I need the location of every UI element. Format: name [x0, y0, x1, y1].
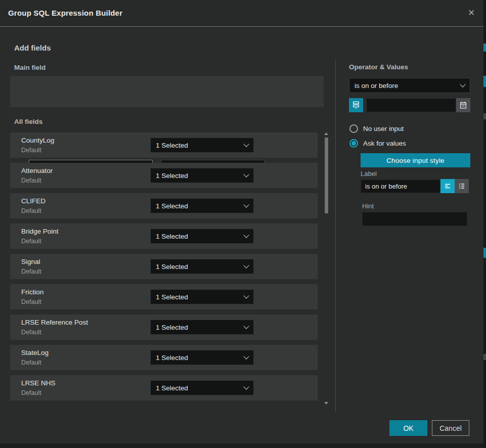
field-values-dropdown[interactable]: 1 Selected	[150, 320, 254, 335]
field-values-dropdown-value: 1 Selected	[156, 263, 240, 271]
field-values-dropdown-value: 1 Selected	[156, 324, 240, 331]
radio-checked-icon	[349, 139, 358, 148]
field-values-dropdown[interactable]: 1 Selected	[150, 229, 254, 244]
field-values-dropdown[interactable]: 1 Selected	[150, 380, 254, 395]
field-values-dropdown[interactable]: 1 Selected	[150, 259, 254, 274]
field-subtitle: Default	[21, 147, 41, 154]
background-app-sliver	[483, 113, 486, 119]
field-values-dropdown-value: 1 Selected	[156, 142, 240, 149]
field-row: LRSE Reference Post Default 1 Selected	[10, 315, 318, 340]
background-app-sliver	[483, 43, 486, 52]
add-fields-heading: Add fields	[14, 43, 51, 52]
background-app-sliver	[0, 443, 483, 448]
field-values-dropdown-value: 1 Selected	[156, 384, 240, 392]
field-values-dropdown[interactable]: 1 Selected	[150, 138, 254, 153]
background-app-sliver	[483, 76, 486, 87]
field-row: Attenuator Default 1 Selected	[10, 163, 318, 188]
field-row: CLIFED Default 1 Selected	[10, 193, 318, 218]
field-subtitle: Default	[21, 207, 41, 214]
radio-ask-for-values[interactable]: Ask for values	[349, 139, 406, 148]
main-field-panel: CountyLog | Default From Date	[10, 76, 324, 107]
date-picker-button[interactable]	[456, 98, 470, 112]
input-style-single-line-button[interactable]	[440, 179, 455, 193]
background-app-sliver	[483, 248, 486, 258]
main-field-heading: Main field	[14, 64, 46, 71]
field-name: StateLog	[21, 349, 49, 356]
input-style-list-button[interactable]	[455, 179, 469, 193]
radio-label: No user input	[363, 125, 404, 132]
ok-button[interactable]: OK	[389, 420, 427, 436]
value-source-icon	[352, 101, 360, 109]
field-values-dropdown-value: 1 Selected	[156, 172, 240, 180]
field-values-dropdown[interactable]: 1 Selected	[150, 168, 254, 183]
field-name: Attenuator	[21, 167, 53, 174]
field-name: Bridge Point	[21, 228, 59, 235]
field-name: Friction	[21, 288, 43, 296]
field-name: LRSE NHS	[21, 379, 56, 387]
field-name: CountyLog	[21, 137, 54, 144]
list-icon	[458, 182, 466, 190]
field-name: CLIFED	[21, 197, 46, 205]
field-row: CountyLog Default 1 Selected	[10, 132, 318, 158]
radio-no-user-input[interactable]: No user input	[349, 124, 404, 133]
field-name: Signal	[21, 258, 40, 265]
field-values-dropdown-value: 1 Selected	[156, 293, 240, 301]
panel-divider	[335, 61, 336, 412]
field-row: LRSE NHS Default 1 Selected	[10, 375, 318, 400]
scrollbar-up-arrow-icon[interactable]	[324, 132, 328, 135]
field-row: Bridge Point Default 1 Selected	[10, 223, 318, 249]
hint-input[interactable]	[362, 212, 467, 226]
date-value-input[interactable]	[366, 98, 456, 112]
label-input[interactable]	[361, 180, 440, 193]
dialog-header: Group SQL Expression Builder ✕	[0, 0, 483, 27]
chevron-down-icon	[243, 202, 249, 207]
field-values-dropdown-value: 1 Selected	[156, 354, 240, 362]
operator-dropdown-value: is on or before	[355, 82, 457, 89]
choose-input-style-button[interactable]: Choose input style	[361, 153, 470, 167]
calendar-icon	[459, 101, 467, 109]
radio-icon	[349, 124, 358, 133]
chevron-down-icon	[243, 232, 249, 238]
value-source-button[interactable]	[349, 98, 363, 112]
field-values-dropdown-value: 1 Selected	[156, 233, 240, 240]
background-app-sliver	[483, 0, 486, 448]
background-app-sliver	[483, 354, 486, 360]
all-fields-heading: All fields	[14, 118, 42, 125]
group-sql-expression-builder-dialog: Group SQL Expression Builder ✕ Add field…	[0, 0, 483, 443]
field-subtitle: Default	[21, 177, 41, 184]
field-subtitle: Default	[21, 359, 41, 366]
field-subtitle: Default	[21, 329, 41, 336]
align-left-icon	[444, 182, 452, 190]
close-icon[interactable]: ✕	[465, 7, 477, 19]
field-row: StateLog Default 1 Selected	[10, 345, 318, 370]
screen: Group SQL Expression Builder ✕ Add field…	[0, 0, 486, 448]
field-row: Signal Default 1 Selected	[10, 254, 318, 279]
field-subtitle: Default	[21, 238, 41, 245]
field-subtitle: Default	[21, 298, 41, 305]
scrollbar-down-arrow-icon[interactable]	[324, 402, 328, 405]
chevron-down-icon	[243, 384, 249, 389]
field-subtitle: Default	[21, 268, 41, 275]
cancel-button[interactable]: Cancel	[432, 420, 469, 436]
operator-values-heading: Operator & Values	[349, 63, 408, 71]
chevron-down-icon	[243, 141, 249, 147]
chevron-down-icon	[460, 81, 465, 87]
field-values-dropdown[interactable]: 1 Selected	[150, 289, 254, 304]
operator-dropdown[interactable]: is on or before	[349, 78, 470, 93]
chevron-down-icon	[243, 323, 249, 329]
field-row: Friction Default 1 Selected	[10, 284, 318, 309]
all-fields-list: CountyLog Default 1 Selected Attenuator …	[10, 132, 318, 400]
radio-label: Ask for values	[363, 140, 406, 147]
chevron-down-icon	[243, 353, 249, 359]
scrollbar-thumb[interactable]	[325, 138, 328, 213]
field-values-dropdown-value: 1 Selected	[156, 202, 240, 210]
chevron-down-icon	[243, 262, 249, 268]
field-name: LRSE Reference Post	[21, 319, 88, 326]
chevron-down-icon	[243, 171, 249, 177]
hint-caption: Hint	[362, 202, 374, 210]
label-caption: Label	[361, 170, 377, 177]
field-values-dropdown[interactable]: 1 Selected	[150, 350, 254, 365]
field-subtitle: Default	[21, 389, 41, 396]
field-values-dropdown[interactable]: 1 Selected	[150, 198, 254, 213]
dialog-title: Group SQL Expression Builder	[8, 0, 122, 26]
